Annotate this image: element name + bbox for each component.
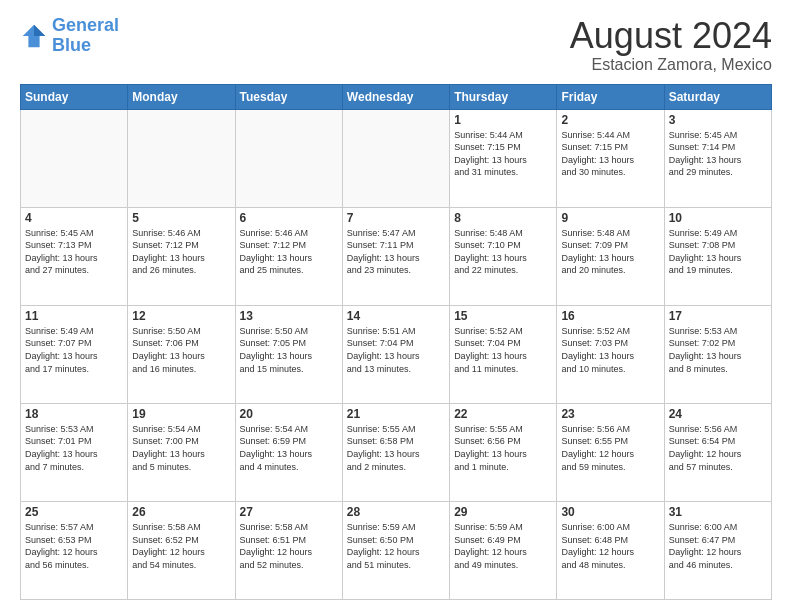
title-block: August 2024 Estacion Zamora, Mexico [570,16,772,74]
cell-info: Sunrise: 5:50 AMSunset: 7:05 PMDaylight:… [240,325,338,375]
calendar-cell: 4Sunrise: 5:45 AMSunset: 7:13 PMDaylight… [21,207,128,305]
cell-day-number: 24 [669,407,767,421]
week-row-1: 1Sunrise: 5:44 AMSunset: 7:15 PMDaylight… [21,109,772,207]
calendar-cell: 26Sunrise: 5:58 AMSunset: 6:52 PMDayligh… [128,501,235,599]
calendar-cell: 3Sunrise: 5:45 AMSunset: 7:14 PMDaylight… [664,109,771,207]
cell-day-number: 12 [132,309,230,323]
calendar-cell [342,109,449,207]
calendar-cell: 20Sunrise: 5:54 AMSunset: 6:59 PMDayligh… [235,403,342,501]
cell-info: Sunrise: 5:53 AMSunset: 7:02 PMDaylight:… [669,325,767,375]
cell-info: Sunrise: 5:45 AMSunset: 7:14 PMDaylight:… [669,129,767,179]
header-day-wednesday: Wednesday [342,84,449,109]
cell-day-number: 21 [347,407,445,421]
cell-day-number: 30 [561,505,659,519]
cell-day-number: 14 [347,309,445,323]
cell-info: Sunrise: 6:00 AMSunset: 6:47 PMDaylight:… [669,521,767,571]
cell-info: Sunrise: 5:45 AMSunset: 7:13 PMDaylight:… [25,227,123,277]
calendar-cell: 14Sunrise: 5:51 AMSunset: 7:04 PMDayligh… [342,305,449,403]
svg-marker-1 [34,25,45,36]
cell-info: Sunrise: 5:57 AMSunset: 6:53 PMDaylight:… [25,521,123,571]
calendar-cell: 13Sunrise: 5:50 AMSunset: 7:05 PMDayligh… [235,305,342,403]
logo-icon [20,22,48,50]
cell-day-number: 17 [669,309,767,323]
cell-info: Sunrise: 5:52 AMSunset: 7:04 PMDaylight:… [454,325,552,375]
calendar-table: SundayMondayTuesdayWednesdayThursdayFrid… [20,84,772,600]
calendar-cell: 24Sunrise: 5:56 AMSunset: 6:54 PMDayligh… [664,403,771,501]
calendar-cell: 18Sunrise: 5:53 AMSunset: 7:01 PMDayligh… [21,403,128,501]
page: General Blue August 2024 Estacion Zamora… [0,0,792,612]
header-day-sunday: Sunday [21,84,128,109]
cell-day-number: 18 [25,407,123,421]
calendar-cell: 25Sunrise: 5:57 AMSunset: 6:53 PMDayligh… [21,501,128,599]
logo-blue: Blue [52,35,91,55]
cell-day-number: 19 [132,407,230,421]
header-day-monday: Monday [128,84,235,109]
cell-info: Sunrise: 5:55 AMSunset: 6:58 PMDaylight:… [347,423,445,473]
cell-day-number: 8 [454,211,552,225]
cell-day-number: 26 [132,505,230,519]
cell-info: Sunrise: 5:59 AMSunset: 6:49 PMDaylight:… [454,521,552,571]
cell-info: Sunrise: 5:52 AMSunset: 7:03 PMDaylight:… [561,325,659,375]
calendar-cell: 2Sunrise: 5:44 AMSunset: 7:15 PMDaylight… [557,109,664,207]
week-row-4: 18Sunrise: 5:53 AMSunset: 7:01 PMDayligh… [21,403,772,501]
week-row-3: 11Sunrise: 5:49 AMSunset: 7:07 PMDayligh… [21,305,772,403]
calendar-cell: 28Sunrise: 5:59 AMSunset: 6:50 PMDayligh… [342,501,449,599]
logo-general: General [52,15,119,35]
cell-day-number: 9 [561,211,659,225]
calendar-cell: 6Sunrise: 5:46 AMSunset: 7:12 PMDaylight… [235,207,342,305]
calendar-cell [21,109,128,207]
cell-day-number: 16 [561,309,659,323]
calendar-body: 1Sunrise: 5:44 AMSunset: 7:15 PMDaylight… [21,109,772,599]
week-row-2: 4Sunrise: 5:45 AMSunset: 7:13 PMDaylight… [21,207,772,305]
calendar-cell: 17Sunrise: 5:53 AMSunset: 7:02 PMDayligh… [664,305,771,403]
cell-info: Sunrise: 5:51 AMSunset: 7:04 PMDaylight:… [347,325,445,375]
cell-info: Sunrise: 6:00 AMSunset: 6:48 PMDaylight:… [561,521,659,571]
cell-day-number: 28 [347,505,445,519]
header-day-tuesday: Tuesday [235,84,342,109]
cell-info: Sunrise: 5:49 AMSunset: 7:07 PMDaylight:… [25,325,123,375]
cell-info: Sunrise: 5:54 AMSunset: 6:59 PMDaylight:… [240,423,338,473]
cell-day-number: 20 [240,407,338,421]
cell-day-number: 11 [25,309,123,323]
calendar-cell: 16Sunrise: 5:52 AMSunset: 7:03 PMDayligh… [557,305,664,403]
calendar-cell: 27Sunrise: 5:58 AMSunset: 6:51 PMDayligh… [235,501,342,599]
header: General Blue August 2024 Estacion Zamora… [20,16,772,74]
calendar-cell: 22Sunrise: 5:55 AMSunset: 6:56 PMDayligh… [450,403,557,501]
week-row-5: 25Sunrise: 5:57 AMSunset: 6:53 PMDayligh… [21,501,772,599]
subtitle: Estacion Zamora, Mexico [570,56,772,74]
cell-info: Sunrise: 5:56 AMSunset: 6:55 PMDaylight:… [561,423,659,473]
cell-info: Sunrise: 5:56 AMSunset: 6:54 PMDaylight:… [669,423,767,473]
cell-day-number: 6 [240,211,338,225]
cell-info: Sunrise: 5:44 AMSunset: 7:15 PMDaylight:… [454,129,552,179]
cell-info: Sunrise: 5:46 AMSunset: 7:12 PMDaylight:… [132,227,230,277]
cell-info: Sunrise: 5:48 AMSunset: 7:10 PMDaylight:… [454,227,552,277]
cell-info: Sunrise: 5:44 AMSunset: 7:15 PMDaylight:… [561,129,659,179]
calendar-cell: 8Sunrise: 5:48 AMSunset: 7:10 PMDaylight… [450,207,557,305]
cell-day-number: 25 [25,505,123,519]
calendar-header: SundayMondayTuesdayWednesdayThursdayFrid… [21,84,772,109]
cell-info: Sunrise: 5:55 AMSunset: 6:56 PMDaylight:… [454,423,552,473]
cell-info: Sunrise: 5:47 AMSunset: 7:11 PMDaylight:… [347,227,445,277]
cell-info: Sunrise: 5:53 AMSunset: 7:01 PMDaylight:… [25,423,123,473]
cell-info: Sunrise: 5:49 AMSunset: 7:08 PMDaylight:… [669,227,767,277]
cell-day-number: 4 [25,211,123,225]
header-row: SundayMondayTuesdayWednesdayThursdayFrid… [21,84,772,109]
logo-text: General Blue [52,16,119,56]
calendar-cell [235,109,342,207]
main-title: August 2024 [570,16,772,56]
cell-day-number: 23 [561,407,659,421]
cell-info: Sunrise: 5:48 AMSunset: 7:09 PMDaylight:… [561,227,659,277]
cell-day-number: 2 [561,113,659,127]
calendar-cell: 1Sunrise: 5:44 AMSunset: 7:15 PMDaylight… [450,109,557,207]
cell-day-number: 15 [454,309,552,323]
cell-day-number: 27 [240,505,338,519]
cell-day-number: 31 [669,505,767,519]
calendar-cell: 15Sunrise: 5:52 AMSunset: 7:04 PMDayligh… [450,305,557,403]
calendar-cell: 10Sunrise: 5:49 AMSunset: 7:08 PMDayligh… [664,207,771,305]
header-day-saturday: Saturday [664,84,771,109]
calendar-cell: 7Sunrise: 5:47 AMSunset: 7:11 PMDaylight… [342,207,449,305]
cell-day-number: 1 [454,113,552,127]
calendar-cell: 29Sunrise: 5:59 AMSunset: 6:49 PMDayligh… [450,501,557,599]
header-day-thursday: Thursday [450,84,557,109]
cell-day-number: 10 [669,211,767,225]
